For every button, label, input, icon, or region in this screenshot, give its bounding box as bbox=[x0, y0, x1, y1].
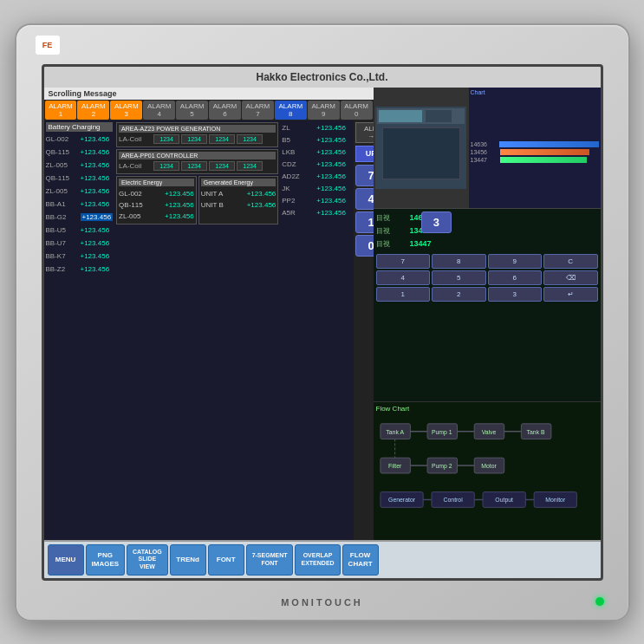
power-gen-title: AREA-AZ23 POWER GENERATION bbox=[119, 125, 276, 133]
rkey-4[interactable]: 4 bbox=[376, 270, 431, 285]
list-item: BB-G2 +123.456 bbox=[46, 211, 114, 224]
list-item: BB-A1 +123.456 bbox=[46, 198, 114, 211]
7segment-button[interactable]: 7-SEGMENTFONT bbox=[246, 544, 294, 576]
flow-chart-area: Flow Chart Tank A Pump 1 Valve bbox=[374, 401, 601, 540]
rkey-5[interactable]: 5 bbox=[432, 270, 486, 285]
elec-row-3: ZL-005 +123.456 bbox=[119, 211, 194, 222]
svg-text:Valve: Valve bbox=[481, 428, 496, 434]
energy-boxes: Electric Energy GL-002 +123.456 QB-115 +… bbox=[116, 176, 278, 224]
alarm-tab-7[interactable]: ALARM 7 bbox=[242, 101, 274, 120]
gen-row-2: UNIT B +123.456 bbox=[201, 199, 276, 211]
center-col: AREA-AZ23 POWER GENERATION LA-Coil 1234 … bbox=[114, 120, 280, 540]
font-button[interactable]: FONT bbox=[208, 544, 244, 576]
controller-box: AREA-PP01 CONTROLLER LA-Coil 1234 1234 1… bbox=[116, 149, 278, 174]
overlap-button[interactable]: OVERLAPEXTENDED bbox=[295, 544, 340, 576]
alarm-tab-5[interactable]: ALARM 5 bbox=[176, 101, 208, 120]
alarm-tab-6[interactable]: ALARM 6 bbox=[209, 101, 241, 120]
alarm-tab-1[interactable]: ALARM 1 bbox=[45, 101, 77, 120]
electric-energy-title: Electric Energy bbox=[119, 179, 194, 186]
mid-right-data: 目視 14636 目視 13456 目視 13447 7 8 bbox=[374, 209, 601, 401]
electric-energy-box: Electric Energy GL-002 +123.456 QB-115 +… bbox=[116, 176, 197, 224]
png-images-button[interactable]: PNGIMAGES bbox=[86, 544, 126, 576]
right-top-area: Chart 14636 13456 13447 bbox=[374, 88, 601, 209]
svg-text:Tank A: Tank A bbox=[386, 428, 404, 434]
svg-text:Monitor: Monitor bbox=[545, 497, 566, 503]
main-content: Scrolling Message ALARM 1 ALARM 2 ALARM … bbox=[44, 88, 601, 540]
left-panel: Scrolling Message ALARM 1 ALARM 2 ALARM … bbox=[44, 88, 374, 540]
left-main: Battery Charging GL-002 +123.456 QB-115 … bbox=[44, 120, 374, 540]
rkey-8[interactable]: 2 bbox=[432, 287, 486, 302]
device-body: FE Hakko Electronics Co.,Ltd. Scrolling … bbox=[15, 23, 630, 621]
alarm-tabs: ALARM 1 ALARM 2 ALARM 3 ALARM 4 ALARM 5 … bbox=[44, 100, 374, 120]
list-item: LKB +123.456 bbox=[282, 146, 352, 159]
camera-view bbox=[374, 88, 469, 208]
flowchart-button[interactable]: FLOWCHART bbox=[342, 544, 379, 576]
alarm-tab-3[interactable]: ALARM 3 bbox=[110, 101, 142, 120]
rkey-2[interactable]: 8 bbox=[432, 254, 486, 269]
list-item: BB-K7 +123.456 bbox=[46, 250, 114, 263]
rkey-del[interactable]: ⌫ bbox=[543, 270, 598, 285]
battery-section-title: Battery Charging bbox=[46, 122, 114, 132]
rkey-3[interactable]: 9 bbox=[488, 254, 543, 269]
rkey-1[interactable]: 7 bbox=[376, 254, 431, 269]
list-item: QB-115 +123.456 bbox=[46, 172, 114, 185]
mid-data-row-3: 目視 13447 bbox=[376, 237, 598, 250]
list-item: A5R +123.456 bbox=[282, 207, 352, 219]
svg-text:Tank B: Tank B bbox=[526, 428, 544, 434]
rkey-6[interactable]: 6 bbox=[488, 270, 543, 285]
list-item: BB-U7 +123.456 bbox=[46, 237, 114, 250]
alarm-tab-0[interactable]: ALARM 0 bbox=[341, 101, 373, 120]
svg-text:Control: Control bbox=[443, 497, 463, 503]
menu-button[interactable]: MENU bbox=[48, 544, 84, 576]
center-right-data: ZL +123.456 B5 +123.456 LKB +123.456 bbox=[280, 120, 354, 540]
list-item: QB-115 +123.456 bbox=[46, 146, 114, 159]
device-logo: FE bbox=[36, 36, 60, 55]
coil-row-1: LA-Coil 1234 1234 1234 1234 bbox=[119, 134, 276, 144]
alarm-tab-4[interactable]: ALARM 4 bbox=[143, 101, 175, 120]
list-item: ZL +123.456 bbox=[282, 122, 352, 134]
power-gen-box: AREA-AZ23 POWER GENERATION LA-Coil 1234 … bbox=[116, 122, 278, 147]
list-item: B5 +123.456 bbox=[282, 134, 352, 146]
rkey-ent[interactable]: ↵ bbox=[543, 287, 598, 302]
elec-row-1: GL-002 +123.456 bbox=[119, 188, 194, 199]
svg-text:Pump 1: Pump 1 bbox=[431, 428, 452, 435]
list-item: PP2 +123.456 bbox=[282, 195, 352, 207]
rkey-7[interactable]: 1 bbox=[376, 287, 431, 302]
svg-text:Output: Output bbox=[495, 497, 513, 504]
catalog-slide-button[interactable]: CATALOGSLIDEVIEW bbox=[127, 544, 168, 576]
brand-label: MONITOUCH bbox=[281, 597, 363, 608]
right-keypad-grid: 7 8 9 C 4 5 6 ⌫ 1 2 3 ↵ bbox=[376, 254, 598, 302]
alarm-tab-8[interactable]: ALARM 8 bbox=[275, 101, 307, 120]
svg-text:Filter: Filter bbox=[388, 463, 402, 469]
generated-energy-box: Generated Energy UNIT A +123.456 UNIT B … bbox=[198, 176, 279, 224]
trend-button[interactable]: TRENd bbox=[170, 544, 206, 576]
svg-text:Generator: Generator bbox=[388, 497, 416, 503]
mid-data-row-2: 目視 13456 bbox=[376, 224, 598, 237]
rkey-9[interactable]: 3 bbox=[488, 287, 543, 302]
list-item: AD2Z +123.456 bbox=[282, 171, 352, 183]
alarm-tab-2[interactable]: ALARM 2 bbox=[77, 101, 109, 120]
flow-diagram: Tank A Pump 1 Valve Tank B Filter bbox=[376, 414, 598, 527]
svg-text:Motor: Motor bbox=[481, 463, 497, 469]
list-item: BB-Z2 +123.456 bbox=[46, 263, 114, 276]
elec-row-2: QB-115 +123.456 bbox=[119, 199, 194, 211]
list-item: JK +123.456 bbox=[282, 183, 352, 195]
list-item: BB-U5 +123.456 bbox=[46, 224, 114, 237]
rkey-clr[interactable]: C bbox=[543, 254, 598, 269]
flow-chart-title: Flow Chart bbox=[376, 405, 598, 413]
list-item: GL-002 +123.456 bbox=[46, 133, 114, 146]
mid-data-row-1: 目視 14636 bbox=[376, 211, 598, 224]
gen-row-1: UNIT A +123.456 bbox=[201, 188, 276, 199]
list-item: ZL-005 +123.456 bbox=[46, 159, 114, 172]
screen: Hakko Electronics Co.,Ltd. Scrolling Mes… bbox=[42, 64, 603, 581]
right-chart: Chart 14636 13456 13447 bbox=[469, 88, 601, 208]
controller-title: AREA-PP01 CONTROLLER bbox=[119, 152, 276, 159]
key-3[interactable]: 3 bbox=[421, 211, 452, 233]
alarm-tab-9[interactable]: ALARM 9 bbox=[308, 101, 340, 120]
led-indicator bbox=[595, 597, 604, 606]
title-text: Hakko Electronics Co.,Ltd. bbox=[256, 71, 387, 83]
list-item: ZL-005 +123.456 bbox=[46, 185, 114, 198]
scrolling-message: Scrolling Message bbox=[44, 88, 374, 100]
coil-row-2: LA-Coil 1234 1234 1234 1234 bbox=[119, 161, 276, 171]
svg-text:Pump 2: Pump 2 bbox=[431, 463, 452, 470]
